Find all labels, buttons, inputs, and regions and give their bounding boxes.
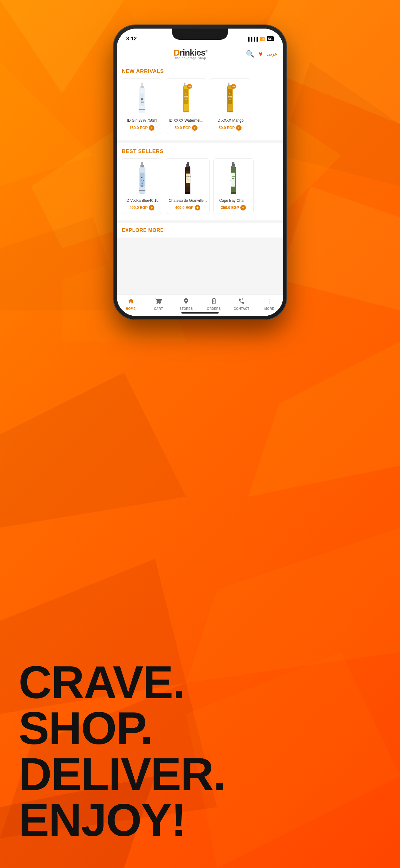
language-toggle[interactable]: عربى <box>267 52 277 57</box>
nav-contact[interactable]: CONTACT <box>233 298 250 310</box>
svg-rect-19 <box>140 86 144 88</box>
svg-rect-58 <box>186 166 190 167</box>
svg-rect-26 <box>184 83 186 85</box>
product-image: CAPE BAY Chardonnay <box>225 162 242 196</box>
tagline-line-2: SHOP. <box>19 705 381 751</box>
nav-home[interactable]: HOME <box>122 298 139 310</box>
product-card[interactable]: CHATEAU de Granville Chateau de Granvill… <box>166 158 210 214</box>
svg-text:BLUE: BLUE <box>140 180 144 181</box>
svg-marker-3 <box>0 62 93 186</box>
cart-icon <box>155 298 162 306</box>
logo-d: D <box>174 48 179 57</box>
add-to-cart-button[interactable]: + <box>192 125 198 131</box>
svg-point-83 <box>269 301 270 302</box>
product-price: 50.0 EGP + <box>174 125 198 131</box>
app-content: NEW ARRIVALS <box>117 63 283 294</box>
product-price: 50.0 EGP + <box>219 125 241 131</box>
svg-rect-78 <box>212 299 215 304</box>
product-name: Chateau de Granville... <box>169 198 207 203</box>
product-card[interactable]: ID GIN ID Gin 38% 750ml 160.0 EGP + <box>122 78 162 134</box>
nav-more-label: MORE <box>265 307 274 310</box>
svg-text:20%: 20% <box>229 99 231 101</box>
product-card[interactable]: CAPE BAY Chardonnay Cape Bay Char... 350… <box>213 158 254 214</box>
svg-rect-57 <box>186 164 189 166</box>
svg-point-84 <box>269 303 270 304</box>
home-indicator <box>181 312 219 314</box>
svg-text:20%: 20% <box>232 86 235 88</box>
location-icon <box>182 298 190 306</box>
best-sellers-title: BEST SELLERS <box>117 148 283 158</box>
svg-marker-0 <box>0 0 124 93</box>
home-icon <box>128 298 134 306</box>
svg-marker-11 <box>248 341 400 497</box>
svg-marker-4 <box>279 62 400 186</box>
nav-stores-label: STORES <box>179 307 193 310</box>
nav-cart[interactable]: CART <box>150 298 167 310</box>
svg-text:ID: ID <box>185 93 187 95</box>
add-to-cart-button[interactable]: + <box>236 125 241 131</box>
svg-rect-55 <box>139 190 145 191</box>
product-price: 400.0 EGP + <box>130 205 155 211</box>
tagline-section: CRAVE. SHOP. DELIVER. ENJOY! <box>0 659 400 843</box>
svg-text:Chardonnay: Chardonnay <box>230 180 236 182</box>
add-to-cart-button[interactable]: + <box>240 205 246 211</box>
product-image: ID XXXX 20% 20% <box>222 82 239 116</box>
product-image: CHATEAU de Granville <box>179 162 196 196</box>
product-image: ID BLUE 40 <box>134 162 151 196</box>
svg-rect-67 <box>232 162 234 164</box>
svg-rect-36 <box>228 83 229 85</box>
phone-mockup: 3:12 ▐▐▐▐ 📶 5G Drinkies® the beverage sh… <box>113 25 287 320</box>
product-card[interactable]: ID XXXX 20% 20% ID XXXX Watermel... <box>166 78 206 134</box>
explore-more-button[interactable]: EXPLORE MORE <box>122 227 278 233</box>
svg-text:40: 40 <box>141 182 143 184</box>
svg-rect-43 <box>227 111 233 113</box>
product-name: ID XXXX Mango <box>213 118 247 123</box>
product-card[interactable]: ID XXXX 20% 20% ID XXXX Mango 5 <box>210 78 250 134</box>
nav-stores[interactable]: STORES <box>178 298 195 310</box>
new-arrivals-title: NEW ARRIVALS <box>117 68 283 78</box>
product-card[interactable]: ID BLUE 40 ID Vodka Blue40 1L <box>122 158 162 214</box>
svg-marker-10 <box>0 373 186 528</box>
add-to-cart-button[interactable]: + <box>149 125 155 131</box>
nav-orders[interactable]: ORDERS <box>205 298 222 310</box>
svg-rect-33 <box>183 111 189 113</box>
svg-rect-47 <box>140 165 144 167</box>
svg-rect-68 <box>232 164 235 166</box>
nav-cart-label: CART <box>154 307 163 310</box>
product-price: 350.0 EGP + <box>221 205 246 211</box>
svg-rect-81 <box>213 302 214 302</box>
svg-rect-80 <box>213 301 214 301</box>
svg-rect-66 <box>185 192 190 194</box>
svg-rect-46 <box>141 162 143 165</box>
status-time: 3:12 <box>126 36 137 42</box>
header-actions: 🔍 ♥ عربى <box>246 50 277 58</box>
search-icon[interactable]: 🔍 <box>246 50 254 58</box>
svg-text:CAPE: CAPE <box>232 176 235 177</box>
product-name: ID Vodka Blue40 1L <box>125 198 159 203</box>
signal-icon: ▐▐▐▐ <box>246 37 258 41</box>
best-sellers-section: BEST SELLERS <box>117 144 283 220</box>
add-to-cart-button[interactable]: + <box>149 205 155 211</box>
add-to-cart-button[interactable]: + <box>195 205 200 211</box>
svg-text:BAY: BAY <box>232 178 235 179</box>
wifi-icon: 📶 <box>260 37 265 41</box>
nav-contact-label: CONTACT <box>234 307 249 310</box>
tagline-line-3: DELIVER. <box>19 751 381 797</box>
svg-rect-25 <box>139 109 145 110</box>
phone-notch <box>172 29 228 40</box>
nav-orders-label: ORDERS <box>207 307 221 310</box>
nav-home-label: HOME <box>126 307 135 310</box>
new-arrivals-products: ID GIN ID Gin 38% 750ml 160.0 EGP + <box>117 78 283 137</box>
nav-more[interactable]: MORE <box>261 298 278 310</box>
logo-subtitle: the beverage shop <box>175 57 206 60</box>
svg-rect-76 <box>231 192 236 194</box>
contact-icon <box>238 298 245 306</box>
orders-icon <box>210 298 218 306</box>
product-price: 400.0 EGP + <box>175 205 200 211</box>
svg-text:Granville: Granville <box>185 180 190 182</box>
explore-section: EXPLORE MORE <box>117 223 283 238</box>
svg-text:XXXX: XXXX <box>228 96 232 98</box>
product-name: Cape Bay Char... <box>216 198 251 203</box>
favorites-icon[interactable]: ♥ <box>259 50 263 58</box>
tagline-line-4: ENJOY! <box>19 797 381 843</box>
